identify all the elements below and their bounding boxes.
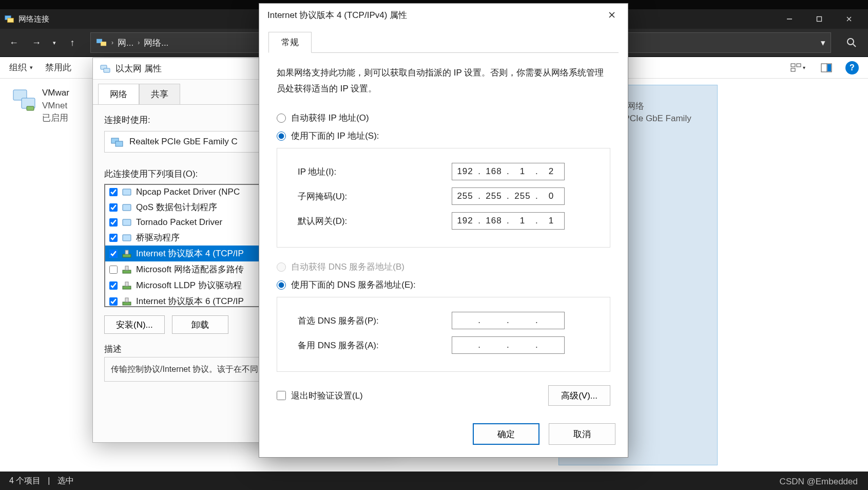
dialog-titlebar: Internet 协议版本 4 (TCP/IPv4) 属性 <box>259 4 628 26</box>
svg-rect-33 <box>125 266 128 270</box>
svg-rect-18 <box>27 106 34 110</box>
protocol-label: Microsoft 网络适配器多路传 <box>136 263 244 275</box>
protocol-label: QoS 数据包计划程序 <box>136 201 217 213</box>
protocol-icon <box>122 249 132 258</box>
protocol-icon <box>122 297 132 306</box>
protocol-checkbox[interactable] <box>109 218 118 227</box>
close-icon <box>608 11 615 18</box>
back-button[interactable]: ← <box>4 33 24 52</box>
up-button[interactable]: ↑ <box>63 33 82 52</box>
radio-auto-ip[interactable]: 自动获得 IP 地址(O) <box>277 112 610 124</box>
protocol-checkbox[interactable] <box>109 250 118 258</box>
protocol-checkbox[interactable] <box>109 281 118 290</box>
protocol-checkbox[interactable] <box>109 297 118 306</box>
svg-rect-15 <box>827 64 831 71</box>
item-sub2: 已启用 <box>42 112 69 125</box>
tab-network[interactable]: 网络 <box>98 84 139 104</box>
minimize-button[interactable] <box>775 9 804 29</box>
network-folder-icon <box>4 14 14 24</box>
ok-button[interactable]: 确定 <box>473 423 539 445</box>
protocol-label: 桥驱动程序 <box>136 232 180 243</box>
radio-auto-dns: 自动获得 DNS 服务器地址(B) <box>277 261 610 273</box>
item-count: 4 个项目 <box>9 476 41 486</box>
svg-rect-25 <box>115 141 123 146</box>
details-pane-button[interactable] <box>817 60 836 76</box>
svg-rect-10 <box>791 64 795 67</box>
dns2-field[interactable]: . . . <box>452 336 565 354</box>
protocol-checkbox[interactable] <box>109 234 118 242</box>
protocol-label: Npcap Packet Driver (NPC <box>136 187 240 197</box>
chevron-right-icon: › <box>111 39 113 46</box>
protocol-label: Internet 协议版本 6 (TCP/IP <box>136 295 244 307</box>
cmd-organize[interactable]: 组织▾ <box>9 62 33 73</box>
radio-static-dns-input[interactable] <box>277 280 286 290</box>
search-icon <box>846 37 857 48</box>
history-chevron[interactable]: ▾ <box>49 33 60 52</box>
forward-button[interactable]: → <box>27 33 46 52</box>
ipv4-description: 如果网络支持此功能，则可以获取自动指派的 IP 设置。否则，你需要从网络系统管理… <box>277 65 610 97</box>
gateway-field[interactable]: 192. 168. 1. 1 <box>452 212 565 230</box>
dns1-label: 首选 DNS 服务器(P): <box>298 315 452 327</box>
svg-rect-36 <box>123 302 131 305</box>
ipv4-properties-dialog: Internet 协议版本 4 (TCP/IPv4) 属性 常规 如果网络支持此… <box>259 3 628 458</box>
protocol-label: Internet 协议版本 4 (TCP/IP <box>136 248 244 259</box>
radio-static-dns[interactable]: 使用下面的 DNS 服务器地址(E): <box>277 279 610 291</box>
ip-address-field[interactable]: 192. 168. 1. 2 <box>452 163 565 180</box>
item-sub1: VMnet <box>42 100 69 112</box>
gateway-label: 默认网关(D): <box>298 215 452 227</box>
advanced-button[interactable]: 高级(V)... <box>548 385 610 406</box>
adapter-name: Realtek PCIe GbE Family C <box>129 137 238 147</box>
uninstall-button[interactable]: 卸载 <box>172 315 228 334</box>
cmd-disable[interactable]: 禁用此 <box>45 62 71 73</box>
tab-share[interactable]: 共享 <box>139 84 180 104</box>
svg-rect-28 <box>123 219 131 225</box>
radio-auto-dns-input <box>277 262 286 272</box>
svg-rect-29 <box>123 235 131 241</box>
view-icon <box>790 63 802 72</box>
svg-rect-31 <box>125 250 128 254</box>
dns2-label: 备用 DNS 服务器(A): <box>298 340 452 351</box>
svg-rect-37 <box>125 298 128 302</box>
driver-icon <box>122 218 132 227</box>
svg-rect-7 <box>101 42 106 46</box>
search-button[interactable] <box>839 32 864 53</box>
protocol-checkbox[interactable] <box>109 266 118 274</box>
close-button[interactable] <box>834 9 864 29</box>
tab-general[interactable]: 常规 <box>268 32 312 53</box>
explorer-statusbar: 4 个项目 | 选中 <box>0 472 868 490</box>
driver-icon <box>122 233 132 242</box>
network-icon <box>96 38 107 47</box>
validate-on-exit[interactable]: 退出时验证设置(L) <box>277 390 363 402</box>
svg-rect-34 <box>123 286 131 289</box>
item-name: VMwar <box>42 87 69 100</box>
ipv4-tabs: 常规 <box>259 26 628 52</box>
validate-checkbox[interactable] <box>277 391 286 400</box>
maximize-button[interactable] <box>804 9 834 29</box>
chevron-down-icon[interactable]: ▾ <box>821 37 825 48</box>
svg-point-8 <box>847 39 854 45</box>
protocol-checkbox[interactable] <box>109 203 118 212</box>
driver-icon <box>122 187 132 197</box>
pane-icon <box>821 63 832 72</box>
radio-static-ip[interactable]: 使用下面的 IP 地址(S): <box>277 130 610 142</box>
help-button[interactable]: ? <box>845 61 859 74</box>
adapter-icon <box>100 64 110 74</box>
cancel-button[interactable]: 取消 <box>549 423 615 445</box>
view-mode-button[interactable]: ▾ <box>788 60 807 76</box>
subnet-mask-field[interactable]: 255. 255. 255. 0 <box>452 187 565 205</box>
svg-rect-11 <box>797 64 801 67</box>
install-button[interactable]: 安装(N)... <box>104 315 165 334</box>
dns1-field[interactable]: . . . <box>452 312 565 329</box>
protocol-label: Microsoft LLDP 协议驱动程 <box>136 279 242 291</box>
protocol-checkbox[interactable] <box>109 188 118 196</box>
chevron-right-icon: › <box>138 39 140 46</box>
svg-rect-26 <box>123 189 131 195</box>
svg-rect-30 <box>123 254 131 257</box>
close-button[interactable] <box>604 7 620 23</box>
breadcrumb-seg[interactable]: 网... <box>118 37 133 49</box>
dialog-title: Internet 协议版本 4 (TCP/IPv4) 属性 <box>267 9 407 21</box>
radio-auto-ip-input[interactable] <box>277 114 286 123</box>
dialog-title: 以太网 属性 <box>115 63 162 74</box>
radio-static-ip-input[interactable] <box>277 131 286 141</box>
breadcrumb-seg[interactable]: 网络... <box>144 37 168 49</box>
